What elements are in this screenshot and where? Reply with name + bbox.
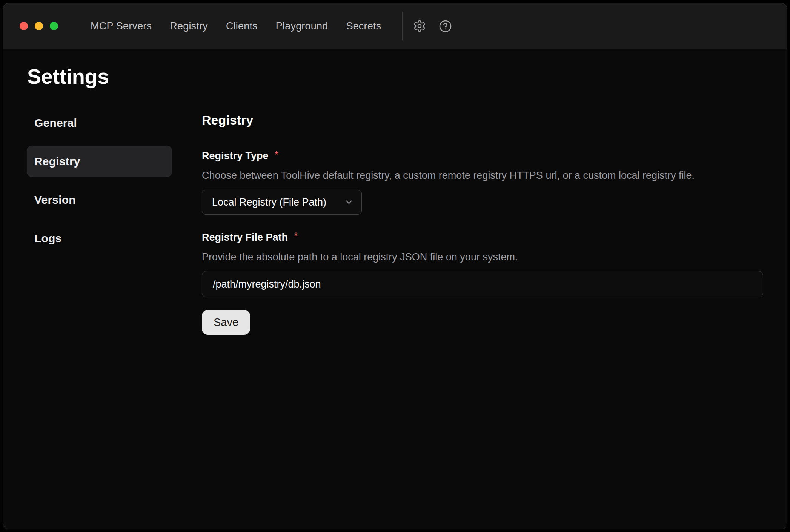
registry-file-path-description: Provide the absolute path to a local reg…: [202, 250, 763, 264]
gear-icon: [413, 20, 426, 32]
app-window: MCP Servers Registry Clients Playground …: [3, 3, 787, 529]
nav-divider: [402, 12, 403, 40]
required-marker: *: [294, 229, 298, 243]
titlebar: MCP Servers Registry Clients Playground …: [3, 3, 787, 49]
maximize-window-button[interactable]: [50, 22, 58, 30]
registry-type-selected-option: Local Registry (File Path): [212, 197, 326, 208]
sidebar-item-general[interactable]: General: [27, 107, 172, 138]
nav-item-registry[interactable]: Registry: [170, 20, 208, 32]
top-nav: MCP Servers Registry Clients Playground …: [91, 20, 381, 32]
nav-item-playground[interactable]: Playground: [276, 20, 328, 32]
sidebar-item-version[interactable]: Version: [27, 184, 172, 215]
registry-file-path-label: Registry File Path: [202, 231, 288, 244]
help-icon: [439, 20, 452, 33]
required-marker: *: [275, 148, 279, 161]
registry-type-label-row: Registry Type *: [202, 149, 763, 163]
nav-item-mcp-servers[interactable]: MCP Servers: [91, 20, 152, 32]
sidebar-item-registry[interactable]: Registry: [27, 146, 172, 177]
minimize-window-button[interactable]: [35, 22, 43, 30]
sidebar-item-logs[interactable]: Logs: [27, 223, 172, 254]
close-window-button[interactable]: [20, 22, 28, 30]
save-button[interactable]: Save: [202, 310, 250, 335]
page-title: Settings: [27, 64, 109, 89]
panel-title: Registry: [202, 112, 763, 128]
settings-sidebar: General Registry Version Logs: [27, 107, 172, 261]
registry-type-label: Registry Type: [202, 149, 269, 163]
traffic-lights: [20, 22, 58, 30]
registry-settings-panel: Registry Registry Type * Choose between …: [202, 112, 763, 335]
nav-item-clients[interactable]: Clients: [226, 20, 258, 32]
settings-button[interactable]: [413, 20, 426, 32]
help-button[interactable]: [439, 20, 452, 33]
chevron-down-icon: [344, 197, 354, 207]
registry-type-select[interactable]: Local Registry (File Path): [202, 190, 362, 215]
registry-file-path-label-row: Registry File Path *: [202, 231, 763, 244]
registry-file-path-input[interactable]: [202, 271, 763, 297]
nav-item-secrets[interactable]: Secrets: [346, 20, 381, 32]
registry-type-description: Choose between ToolHive default registry…: [202, 169, 763, 182]
